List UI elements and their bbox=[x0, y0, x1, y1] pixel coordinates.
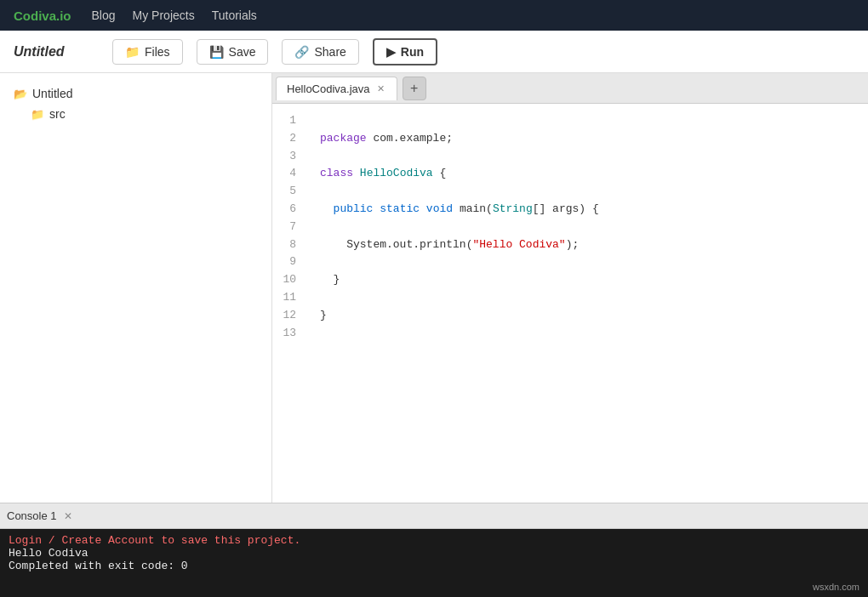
console-close-icon[interactable]: ✕ bbox=[64, 510, 72, 522]
nav-link-projects[interactable]: My Projects bbox=[133, 9, 195, 22]
sidebar-src-label: src bbox=[49, 107, 66, 121]
nav-link-blog[interactable]: Blog bbox=[92, 9, 116, 22]
console-tab-label: Console 1 bbox=[7, 509, 57, 522]
files-label: Files bbox=[145, 45, 170, 59]
tab-helloCodiva[interactable]: HelloCodiva.java ✕ bbox=[276, 77, 397, 100]
share-label: Share bbox=[314, 45, 345, 59]
sidebar: 📂 Untitled 📁 src bbox=[0, 73, 272, 503]
save-button[interactable]: 💾 Save bbox=[197, 39, 269, 65]
tab-bar: HelloCodiva.java ✕ + bbox=[272, 73, 868, 104]
tab-label: HelloCodiva.java bbox=[287, 82, 370, 95]
folder-open-icon: 📂 bbox=[14, 88, 27, 100]
folder-icon: 📁 bbox=[31, 108, 44, 121]
nav-bar: Codiva.io Blog My Projects Tutorials bbox=[0, 0, 868, 31]
editor-area: HelloCodiva.java ✕ + 12345678910111213 p… bbox=[272, 73, 868, 503]
tab-close-icon[interactable]: ✕ bbox=[375, 83, 386, 94]
sidebar-item-root[interactable]: 📂 Untitled bbox=[7, 83, 265, 104]
run-icon: ▶ bbox=[386, 45, 396, 59]
run-button[interactable]: ▶ Run bbox=[373, 38, 437, 65]
line-numbers: 12345678910111213 bbox=[272, 104, 306, 503]
files-icon: 📁 bbox=[125, 45, 140, 59]
main-content: 📂 Untitled 📁 src HelloCodiva.java ✕ + 12… bbox=[0, 73, 868, 503]
code-editor[interactable]: 12345678910111213 package com.example; c… bbox=[272, 104, 868, 503]
project-title[interactable]: Untitled bbox=[14, 44, 99, 60]
tab-add-button[interactable]: + bbox=[403, 77, 426, 100]
nav-logo[interactable]: Codiva.io bbox=[14, 9, 71, 23]
watermark: wsxdn.com bbox=[813, 582, 859, 592]
save-icon: 💾 bbox=[209, 45, 224, 59]
share-icon: 🔗 bbox=[294, 45, 309, 59]
console-output-line2: Completed with exit code: 0 bbox=[9, 560, 859, 572]
toolbar: Untitled 📁 Files 💾 Save 🔗 Share ▶ Run bbox=[0, 31, 868, 73]
code-content[interactable]: package com.example; class HelloCodiva {… bbox=[306, 104, 868, 503]
sidebar-root-label: Untitled bbox=[32, 87, 72, 100]
console-output-line1: Hello Codiva bbox=[9, 547, 859, 560]
save-label: Save bbox=[229, 45, 256, 59]
console-warning: Login / Create Account to save this proj… bbox=[9, 534, 859, 547]
sidebar-item-src[interactable]: 📁 src bbox=[24, 104, 265, 124]
run-label: Run bbox=[401, 45, 424, 59]
console-tab-bar: Console 1 ✕ bbox=[0, 503, 868, 529]
nav-link-tutorials[interactable]: Tutorials bbox=[212, 9, 257, 22]
share-button[interactable]: 🔗 Share bbox=[282, 39, 358, 65]
console-area: Console 1 ✕ Login / Create Account to sa… bbox=[0, 503, 868, 597]
console-output: Login / Create Account to save this proj… bbox=[0, 529, 868, 597]
files-button[interactable]: 📁 Files bbox=[112, 39, 183, 65]
